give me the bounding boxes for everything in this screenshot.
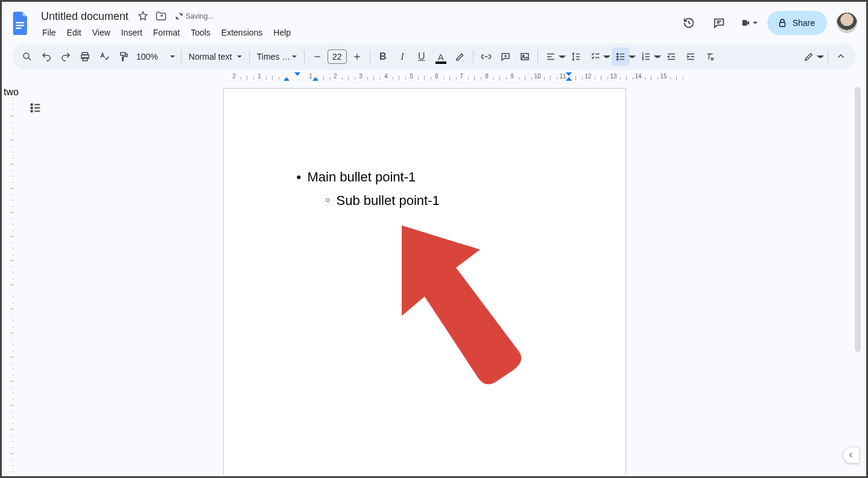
list-item[interactable]: ● Main bullet point-1	[296, 167, 577, 187]
meet-button[interactable]	[737, 11, 761, 35]
chevron-down-icon	[170, 55, 175, 58]
undo-icon[interactable]	[37, 48, 55, 66]
bullet-text: Main bullet point-1	[307, 167, 416, 187]
share-label: Share	[793, 18, 815, 28]
menu-help[interactable]: Help	[268, 25, 296, 40]
chevron-down-icon[interactable]	[559, 55, 566, 58]
print-icon[interactable]	[76, 48, 94, 66]
svg-rect-9	[521, 54, 528, 60]
font-size-input[interactable]	[328, 49, 347, 64]
horizontal-ruler[interactable]: 12345678910111213141521	[4, 72, 864, 84]
paint-format-icon[interactable]	[115, 48, 133, 66]
chevron-down-icon[interactable]	[603, 55, 610, 58]
chevron-down-icon	[753, 22, 758, 24]
chevron-down-icon	[292, 55, 297, 58]
bullet-circle-icon: ○	[325, 190, 330, 210]
explore-side-panel-icon[interactable]	[843, 447, 860, 464]
menu-extensions[interactable]: Extensions	[217, 25, 267, 40]
svg-point-18	[31, 107, 33, 109]
move-folder-icon[interactable]	[155, 10, 167, 22]
user-avatar[interactable]	[837, 13, 857, 33]
svg-rect-2	[16, 28, 21, 29]
svg-point-19	[31, 110, 33, 112]
editing-mode-icon[interactable]	[800, 48, 818, 66]
separator	[304, 50, 305, 63]
font-family-selector[interactable]: Times …	[253, 52, 300, 61]
separator	[537, 50, 538, 63]
document-title[interactable]: Untitled document	[37, 9, 132, 24]
bold-icon[interactable]: B	[374, 48, 392, 66]
bulleted-list-icon[interactable]	[612, 48, 630, 66]
search-icon[interactable]	[18, 48, 36, 66]
zoom-selector[interactable]: 100%	[134, 52, 177, 61]
menu-insert[interactable]: Insert	[116, 25, 147, 40]
decrease-indent-icon[interactable]	[662, 48, 680, 66]
saving-status: Saving...	[194, 10, 206, 22]
chevron-down-icon[interactable]	[654, 55, 661, 58]
menu-edit[interactable]: Edit	[62, 25, 86, 40]
history-icon[interactable]	[677, 11, 701, 35]
comments-icon[interactable]	[707, 11, 731, 35]
text-color-icon[interactable]: A	[432, 48, 450, 66]
bullet-text: Sub bullet point-1	[336, 190, 439, 210]
formatting-toolbar: 100% Normal text Times … B I U A	[12, 43, 856, 70]
app-header: Untitled document Saving... File Edit Vi…	[4, 4, 864, 40]
checklist-icon[interactable]	[586, 48, 604, 66]
chevron-down-icon[interactable]	[629, 55, 636, 58]
increase-indent-icon[interactable]	[682, 48, 700, 66]
svg-rect-0	[16, 22, 24, 23]
separator	[473, 50, 474, 63]
show-outline-icon[interactable]	[27, 99, 45, 117]
svg-point-13	[616, 58, 618, 60]
highlight-icon[interactable]	[451, 48, 469, 66]
chevron-down-icon[interactable]	[817, 55, 824, 58]
clear-formatting-icon[interactable]	[701, 48, 719, 66]
align-icon[interactable]	[542, 48, 560, 66]
document-page[interactable]: ● Main bullet point-1 ○ Sub bullet point…	[223, 88, 626, 474]
document-workspace: two ● Main bullet point-1 ○ Sub bullet p…	[4, 87, 864, 474]
increase-font-size[interactable]	[348, 48, 366, 66]
italic-icon[interactable]: I	[393, 48, 411, 66]
menu-bar: File Edit View Insert Format Tools Exten…	[37, 24, 672, 40]
separator	[370, 50, 370, 63]
underline-icon[interactable]: U	[413, 48, 431, 66]
svg-rect-3	[779, 22, 785, 27]
menu-tools[interactable]: Tools	[186, 25, 215, 40]
star-icon[interactable]	[137, 10, 149, 22]
line-spacing-icon[interactable]	[567, 48, 585, 66]
numbered-list-icon[interactable]: 123	[637, 48, 655, 66]
separator	[828, 50, 828, 63]
separator	[249, 50, 250, 63]
vertical-scrollbar[interactable]	[855, 87, 861, 352]
svg-point-11	[616, 53, 618, 54]
spellcheck-icon[interactable]	[95, 48, 113, 66]
separator	[181, 50, 182, 63]
list-item[interactable]: ○ Sub bullet point-1	[325, 190, 577, 210]
bullet-disc-icon: ●	[296, 167, 301, 187]
menu-format[interactable]: Format	[148, 25, 185, 40]
svg-rect-8	[121, 52, 125, 55]
menu-file[interactable]: File	[37, 25, 61, 40]
docs-logo-icon[interactable]	[8, 8, 33, 37]
share-button[interactable]: Share	[767, 11, 827, 35]
vertical-ruler[interactable]	[4, 87, 16, 474]
svg-text:3: 3	[642, 57, 644, 61]
svg-point-17	[31, 104, 33, 105]
svg-point-4	[24, 53, 29, 58]
insert-image-icon[interactable]	[516, 48, 534, 66]
lock-icon	[777, 17, 788, 28]
chevron-down-icon	[237, 55, 242, 58]
svg-point-12	[616, 56, 618, 57]
add-comment-icon[interactable]	[496, 48, 515, 66]
insert-link-icon[interactable]	[477, 48, 495, 66]
paragraph-style-selector[interactable]: Normal text	[185, 52, 246, 61]
menu-view[interactable]: View	[87, 25, 115, 40]
svg-rect-1	[16, 25, 24, 26]
decrease-font-size[interactable]	[308, 48, 326, 66]
cloud-sync-icon[interactable]	[173, 10, 185, 22]
redo-icon[interactable]	[57, 48, 75, 66]
collapse-toolbar-icon[interactable]	[832, 48, 850, 66]
